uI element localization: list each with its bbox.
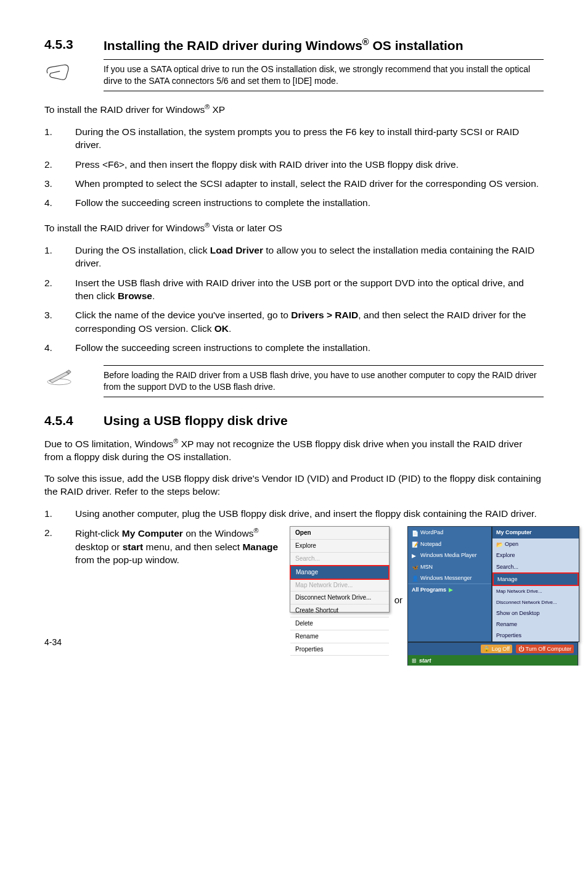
step-text: Press <F6>, and then insert the floppy d…: [75, 158, 544, 171]
b: Drivers > RAID: [291, 310, 358, 320]
start-menu-footer: 🔒 Log Off ⏻ Turn Off Computer ⊞ start: [407, 642, 578, 666]
t: on the Windows: [183, 529, 254, 539]
menu-item-manage[interactable]: Manage: [290, 565, 390, 580]
label: MSN: [420, 563, 433, 571]
t: Click the name of the device you've inse…: [75, 310, 291, 320]
menu-item-open[interactable]: Open: [290, 527, 389, 540]
t: During the OS installation, click: [75, 245, 210, 255]
step-num: 1.: [44, 507, 75, 520]
t: menu, and then select: [143, 542, 242, 552]
heading-title: Using a USB floppy disk drive: [104, 413, 544, 428]
step-text: Insert the USB flash drive with RAID dri…: [75, 276, 544, 303]
heading-text2: OS installation: [369, 38, 463, 52]
list-item: 3.Click the name of the device you've in…: [44, 308, 544, 335]
b: Load Driver: [210, 245, 263, 255]
step-text: During the OS installation, the system p…: [75, 125, 544, 152]
start-item-allprograms[interactable]: All Programs ▶: [408, 584, 491, 595]
step-num: 1.: [44, 125, 75, 152]
step-num: 4.: [44, 341, 75, 354]
b: OK: [214, 323, 229, 334]
menu-item-disconnect[interactable]: Disconnect Network Drive...: [290, 592, 389, 604]
start-item-msn[interactable]: 🦋MSN: [408, 561, 491, 572]
usb-steps-list: 1.Using another computer, plug the USB f…: [44, 507, 544, 613]
list-item: 3.When prompted to select the SCSI adapt…: [44, 177, 544, 190]
step-text: Right-click My Computer on the Windows® …: [75, 526, 279, 566]
right-item-map[interactable]: Map Network Drive...: [492, 586, 579, 596]
menu-item-delete[interactable]: Delete: [290, 617, 389, 630]
step-text: Follow the succeeding screen instruction…: [75, 196, 544, 209]
list-item: 1.During the OS installation, click Load…: [44, 244, 544, 270]
sup: ®: [205, 103, 210, 110]
step-num: 2.: [44, 526, 75, 613]
note-text: Before loading the RAID driver from a US…: [104, 365, 544, 397]
step-num: 3.: [44, 308, 75, 335]
heading-4-5-3: 4.5.3 Installing the RAID driver during …: [44, 37, 544, 53]
menu-item-rename[interactable]: Rename: [290, 630, 389, 643]
menu-item-properties[interactable]: Properties: [290, 643, 389, 656]
heading-title: Installing the RAID driver during Window…: [104, 37, 544, 53]
or-label: or: [394, 594, 402, 613]
vista-steps-list: 1.During the OS installation, click Load…: [44, 244, 544, 355]
folder-icon: 📂: [496, 541, 502, 547]
step-text: Using another computer, plug the USB flo…: [75, 507, 544, 520]
step-text: When prompted to select the SCSI adapter…: [75, 177, 544, 190]
list-item: 1.During the OS installation, the system…: [44, 125, 544, 152]
right-header: My Computer: [492, 527, 579, 538]
note-block-2: Before loading the RAID driver from a US…: [44, 365, 544, 397]
heading-text: Installing the RAID driver during Window…: [104, 38, 362, 52]
menu-item-search[interactable]: Search...: [290, 553, 389, 566]
sup: ®: [205, 221, 210, 229]
label: WordPad: [420, 529, 443, 536]
right-item-showdesktop[interactable]: Show on Desktop: [492, 608, 579, 619]
step-text: Follow the succeeding screen instruction…: [75, 341, 544, 354]
list-item: 2.Press <F6>, and then insert the floppy…: [44, 158, 544, 171]
text: Vista or later OS: [210, 223, 282, 233]
note-block-1: If you use a SATA optical drive to run t…: [44, 59, 544, 91]
menu-item-shortcut[interactable]: Create Shortcut: [290, 604, 389, 617]
menu-item-map[interactable]: Map Network Drive...: [290, 579, 389, 592]
right-item-search[interactable]: Search...: [492, 561, 579, 572]
label: Open: [505, 540, 518, 548]
heading-number: 4.5.3: [44, 37, 104, 53]
step-2-container: Right-click My Computer on the Windows® …: [75, 526, 579, 613]
list-item: 1.Using another computer, plug the USB f…: [44, 507, 544, 520]
list-item: 2. Right-click My Computer on the Window…: [44, 526, 544, 613]
start-item-wmp[interactable]: ▶Windows Media Player: [408, 550, 491, 561]
text: To install the RAID driver for Windows: [44, 223, 205, 233]
step-num: 2.: [44, 276, 75, 303]
turnoff-button[interactable]: ⏻ Turn Off Computer: [516, 645, 574, 653]
start-item-notepad[interactable]: 📝Notepad: [408, 538, 491, 550]
usb-para-1: Due to OS limitation, Windows® XP may no…: [44, 437, 544, 464]
label: Windows Messenger: [420, 574, 472, 582]
wmp-icon: ▶: [412, 552, 418, 558]
step-num: 2.: [44, 158, 75, 171]
logoff-button[interactable]: 🔒 Log Off: [481, 645, 512, 653]
arrow-icon: ▶: [449, 586, 453, 593]
msn-icon: 🦋: [412, 564, 418, 570]
t: Due to OS limitation, Windows: [44, 439, 173, 449]
text: XP: [210, 104, 225, 115]
t: desktop or: [75, 542, 123, 552]
menu-item-explore[interactable]: Explore: [290, 540, 389, 553]
start-item-wordpad[interactable]: 📄WordPad: [408, 527, 491, 538]
right-item-manage[interactable]: Manage: [492, 572, 579, 586]
step-num: 3.: [44, 177, 75, 190]
b: My Computer: [122, 529, 183, 539]
list-item: 4.Follow the succeeding screen instructi…: [44, 196, 544, 209]
t: Right-click: [75, 529, 122, 539]
right-item-disconnect[interactable]: Disconnect Network Drive...: [492, 597, 579, 608]
start-button[interactable]: ⊞ start: [408, 655, 578, 666]
list-item: 4.Follow the succeeding screen instructi…: [44, 341, 544, 354]
right-item-properties[interactable]: Properties: [492, 630, 579, 641]
xp-intro: To install the RAID driver for Windows® …: [44, 102, 544, 117]
heading-4-5-4: 4.5.4 Using a USB floppy disk drive: [44, 413, 544, 428]
pen-icon: [44, 365, 104, 386]
notepad-icon: 📝: [412, 541, 418, 547]
start-item-messenger[interactable]: 👤Windows Messenger: [408, 572, 491, 584]
messenger-icon: 👤: [412, 575, 418, 581]
right-item-open[interactable]: 📂Open: [492, 538, 579, 550]
t: .: [229, 323, 231, 334]
heading-sup: ®: [362, 37, 369, 47]
right-item-explore[interactable]: Explore: [492, 550, 579, 561]
right-item-rename[interactable]: Rename: [492, 619, 579, 630]
